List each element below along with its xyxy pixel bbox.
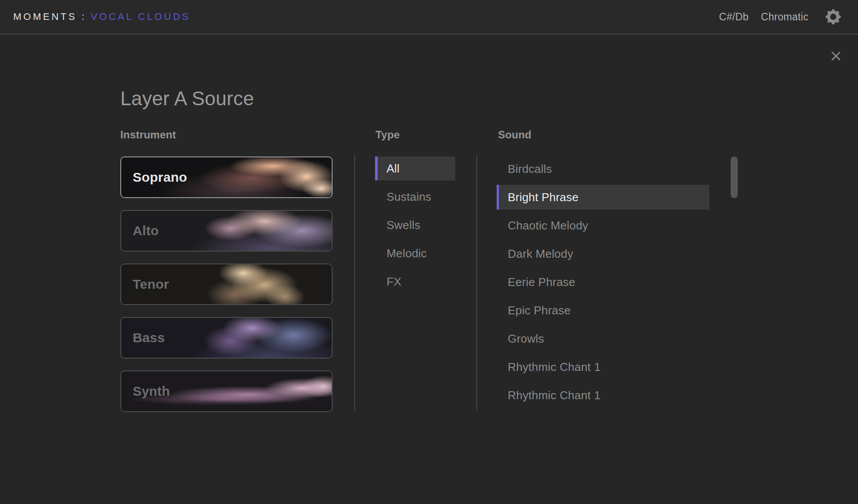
type-column-label: Type	[375, 129, 400, 141]
type-item-label: Melodic	[387, 247, 427, 260]
instrument-card-label: Alto	[133, 223, 159, 238]
brand-logo: MOMENTS :VOCAL CLOUDS	[13, 11, 191, 23]
type-item-swells[interactable]: Swells	[375, 213, 455, 237]
sound-item-eerie-phrase[interactable]: Eerie Phrase	[497, 270, 709, 294]
sound-item-label: Rhythmic Chant 1	[508, 360, 601, 374]
instrument-card-soprano[interactable]: Soprano	[120, 157, 333, 198]
instrument-card-tenor[interactable]: Tenor	[120, 263, 333, 305]
instrument-card-label: Bass	[133, 330, 165, 345]
header-bar: MOMENTS :VOCAL CLOUDS C#/Db Chromatic	[0, 0, 858, 34]
type-item-label: Sustains	[387, 190, 431, 204]
sound-item-label: Chaotic Melody	[508, 219, 588, 233]
sound-item-rhythmic-chant-1[interactable]: Rhythmic Chant 1	[497, 355, 709, 379]
selection-indicator-bar	[375, 157, 378, 180]
close-button[interactable]: ×	[828, 48, 844, 64]
scale-selector[interactable]: Chromatic	[761, 11, 808, 23]
sound-item-dark-melody[interactable]: Dark Melody	[497, 241, 709, 266]
instrument-card-bass[interactable]: Bass	[120, 317, 333, 359]
selection-indicator-bar	[497, 185, 499, 210]
sound-item-label: Eerie Phrase	[508, 275, 575, 289]
sound-item-chaotic-melody[interactable]: Chaotic Melody	[497, 213, 709, 238]
sound-item-growls[interactable]: Growls	[497, 326, 709, 351]
type-item-fx[interactable]: FX	[375, 270, 455, 294]
key-selector[interactable]: C#/Db	[719, 11, 749, 23]
type-item-label: FX	[387, 275, 402, 289]
type-item-label: Swells	[387, 218, 420, 232]
type-item-sustains[interactable]: Sustains	[375, 185, 455, 209]
brand-primary-text: MOMENTS :	[13, 11, 86, 22]
sound-item-label: Birdcalls	[508, 162, 552, 176]
instrument-column-label: Instrument	[120, 129, 176, 141]
sound-item-label: Dark Melody	[508, 247, 573, 261]
instrument-card-label: Soprano	[133, 170, 187, 185]
gear-icon	[825, 9, 841, 25]
sound-item-epic-phrase[interactable]: Epic Phrase	[497, 298, 709, 323]
sound-column-label: Sound	[498, 129, 532, 141]
instrument-card-synth[interactable]: Synth	[120, 370, 333, 412]
instrument-card-label: Synth	[133, 384, 170, 399]
sound-item-bright-phrase[interactable]: Bright Phrase	[497, 185, 709, 210]
sound-item-label: Rhythmic Chant 1	[508, 389, 601, 402]
app-root: MOMENTS :VOCAL CLOUDS C#/Db Chromatic	[0, 0, 858, 504]
dialog-title: Layer A Source	[120, 88, 254, 110]
sound-item-label: Epic Phrase	[508, 304, 571, 317]
close-icon: ×	[829, 46, 843, 65]
brand-secondary-text: VOCAL CLOUDS	[91, 11, 191, 22]
instrument-type-divider	[354, 155, 355, 411]
type-item-melodic[interactable]: Melodic	[375, 241, 455, 265]
sound-item-label: Bright Phrase	[508, 191, 578, 204]
type-sound-divider	[476, 155, 477, 411]
type-item-all[interactable]: All	[375, 157, 455, 180]
sound-item-birdcalls[interactable]: Birdcalls	[497, 157, 709, 181]
header-controls: C#/Db Chromatic	[707, 9, 841, 25]
instrument-card-alto[interactable]: Alto	[120, 210, 333, 252]
sound-item-label: Growls	[508, 332, 544, 346]
settings-button[interactable]	[825, 9, 841, 25]
instrument-card-label: Tenor	[133, 277, 169, 292]
sound-item-rhythmic-chant-1b[interactable]: Rhythmic Chant 1	[497, 383, 709, 408]
type-item-label: All	[387, 162, 400, 176]
sound-list-scrollbar-thumb[interactable]	[731, 157, 738, 198]
